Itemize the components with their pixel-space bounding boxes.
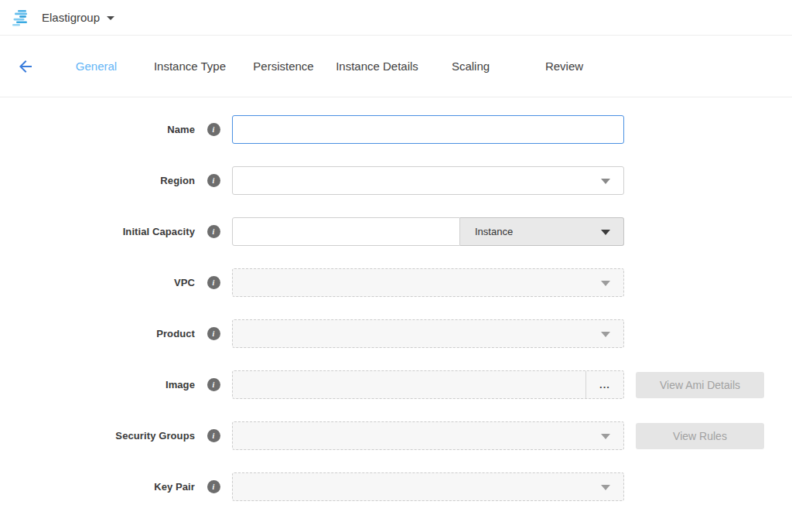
view-rules-button[interactable]: View Rules bbox=[636, 423, 764, 449]
info-icon[interactable]: i bbox=[207, 480, 220, 493]
tab-instance-type[interactable]: Instance Type bbox=[143, 55, 237, 77]
info-icon[interactable]: i bbox=[207, 225, 220, 238]
key-pair-select[interactable] bbox=[232, 472, 624, 501]
vpc-select[interactable] bbox=[232, 268, 624, 297]
form-row-product: Product i bbox=[0, 319, 792, 348]
view-ami-details-button[interactable]: View Ami Details bbox=[636, 372, 764, 398]
info-icon[interactable]: i bbox=[207, 429, 220, 442]
chevron-down-icon bbox=[601, 434, 610, 439]
form-row-security-groups: Security Groups i View Rules bbox=[0, 421, 792, 450]
form-row-name: Name i bbox=[0, 115, 792, 144]
chevron-down-icon bbox=[601, 332, 610, 337]
image-input[interactable]: ... bbox=[232, 370, 624, 399]
info-icon[interactable]: i bbox=[207, 276, 220, 289]
chevron-down-icon bbox=[107, 16, 114, 20]
security-groups-select[interactable] bbox=[232, 421, 624, 450]
wizard-tab-bar: General Instance Type Persistence Instan… bbox=[0, 36, 792, 97]
key-pair-label: Key Pair bbox=[0, 481, 195, 493]
tab-review[interactable]: Review bbox=[517, 55, 611, 77]
wizard-tabs: General Instance Type Persistence Instan… bbox=[50, 55, 611, 77]
arrow-back-icon bbox=[16, 57, 35, 76]
general-settings-form: Name i Region i Initial Capacity i Insta… bbox=[0, 97, 792, 501]
tab-instance-details[interactable]: Instance Details bbox=[330, 55, 424, 77]
form-row-image: Image i ... View Ami Details bbox=[0, 370, 792, 399]
image-browse-button[interactable]: ... bbox=[585, 371, 623, 398]
capacity-unit-value: Instance bbox=[475, 226, 513, 237]
security-groups-label: Security Groups bbox=[0, 430, 195, 442]
region-select[interactable] bbox=[232, 166, 624, 195]
info-icon[interactable]: i bbox=[207, 327, 220, 340]
form-row-region: Region i bbox=[0, 166, 792, 195]
image-label: Image bbox=[0, 379, 195, 390]
name-input[interactable] bbox=[232, 115, 624, 144]
chevron-down-icon bbox=[601, 230, 610, 235]
info-icon[interactable]: i bbox=[207, 174, 220, 187]
chevron-down-icon bbox=[601, 485, 610, 490]
info-icon[interactable]: i bbox=[207, 378, 220, 391]
region-label: Region bbox=[0, 175, 195, 186]
capacity-unit-select[interactable]: Instance bbox=[460, 217, 624, 246]
initial-capacity-label: Initial Capacity bbox=[0, 226, 195, 237]
product-label: Product bbox=[0, 328, 195, 339]
chevron-down-icon bbox=[601, 281, 610, 286]
form-row-initial-capacity: Initial Capacity i Instance bbox=[0, 217, 792, 246]
top-bar: Elastigroup bbox=[0, 0, 792, 36]
tab-general[interactable]: General bbox=[50, 55, 143, 77]
tab-scaling[interactable]: Scaling bbox=[424, 55, 517, 77]
back-button[interactable] bbox=[14, 55, 37, 78]
info-icon[interactable]: i bbox=[207, 123, 220, 136]
elastigroup-logo-icon bbox=[12, 9, 32, 26]
product-select[interactable] bbox=[232, 319, 624, 348]
tab-persistence[interactable]: Persistence bbox=[237, 55, 330, 77]
form-row-vpc: VPC i bbox=[0, 268, 792, 297]
elastigroup-app-switcher[interactable]: Elastigroup bbox=[12, 9, 114, 26]
initial-capacity-input[interactable] bbox=[232, 217, 460, 246]
vpc-label: VPC bbox=[0, 277, 195, 288]
app-name: Elastigroup bbox=[42, 11, 100, 24]
form-row-key-pair: Key Pair i bbox=[0, 472, 792, 501]
chevron-down-icon bbox=[601, 179, 610, 184]
name-label: Name bbox=[0, 124, 195, 135]
